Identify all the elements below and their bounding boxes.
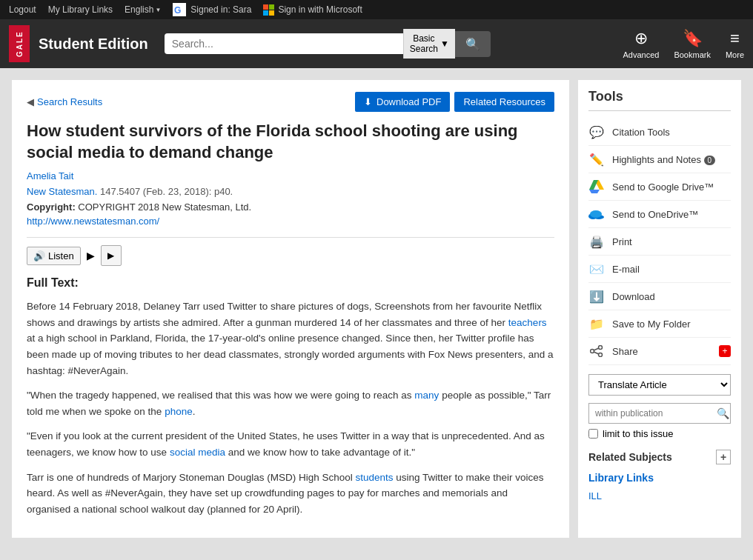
onedrive-icon [588,206,605,222]
print-item[interactable]: 🖨️ Print [588,228,731,256]
play-icon: ▶ [107,250,114,261]
app-title: Student Edition [39,36,148,53]
phone-link[interactable]: phone [165,406,193,417]
advanced-button[interactable]: ⊕ Advanced [623,29,659,59]
related-subjects-expand-button[interactable]: + [716,450,731,464]
article-title: How student survivors of the Florida sch… [27,121,554,163]
print-icon: 🖨️ [588,233,605,250]
listen-button[interactable]: 🔊 Listen [27,247,81,265]
save-folder-icon: 📁 [588,316,605,332]
search-within: 🔍 [588,403,731,424]
translate-section: Translate Article [588,374,731,396]
limit-issue: limit to this issue [588,428,731,439]
download-pdf-button[interactable]: ⬇ Download PDF [355,92,450,112]
library-links-section: Library Links ILL [588,472,731,504]
paragraph-4: Tarr is one of hundreds of Marjory Stone… [27,470,554,518]
svg-point-9 [599,353,603,357]
highlights-badge: 0 [704,156,716,165]
teachers-link[interactable]: teachers [508,317,547,328]
related-resources-button[interactable]: Related Resources [454,92,554,112]
language-selector[interactable]: English ▼ [125,4,161,15]
related-subjects-label: Related Subjects [588,451,672,463]
search-input[interactable] [172,38,396,50]
signed-in-indicator: G Signed in: Sara [173,3,251,16]
onedrive-label: Send to OneDrive™ [612,209,731,220]
listen-bar: 🔊 Listen ▶ ▶ [27,245,554,266]
search-type-button[interactable]: BasicSearch ▼ [403,29,455,59]
journal-link[interactable]: New Statesman. [27,186,97,197]
search-within-icon: 🔍 [717,407,729,419]
advanced-label: Advanced [623,50,659,59]
highlights-notes-item[interactable]: ✏️ Highlights and Notes 0 [588,146,731,173]
ms-signin[interactable]: Sign in with Microsoft [263,4,362,16]
tools-sidebar: Tools 💬 Citation Tools ✏️ Highlights and… [578,80,741,538]
paragraph-1: Before 14 February 2018, Delaney Tarr us… [27,299,554,379]
svg-point-7 [590,210,602,218]
article-author[interactable]: Amelia Tait [27,170,554,181]
search-box [165,33,403,54]
listen-icon: 🔊 [33,250,45,261]
search-within-input[interactable] [589,404,712,422]
citation-icon: 💬 [588,124,605,140]
many-link[interactable]: many [414,390,439,401]
my-library-links[interactable]: My Library Links [48,4,113,15]
download-item[interactable]: ⬇️ Download [588,283,731,310]
google-drive-icon [588,179,605,195]
back-arrow-icon: ◀ [27,96,34,107]
language-arrow-icon: ▼ [155,7,161,13]
svg-line-11 [594,348,599,350]
search-type-arrow-icon: ▼ [440,39,449,49]
search-icon: 🔍 [465,38,480,50]
download-pdf-icon: ⬇ [364,96,372,107]
download-label: Download [612,291,731,302]
highlights-icon: ✏️ [588,151,605,167]
print-label: Print [612,236,731,247]
share-plus-icon[interactable]: + [719,345,731,357]
limit-issue-checkbox[interactable] [588,429,598,439]
translate-select[interactable]: Translate Article [588,374,731,396]
svg-line-12 [594,352,599,354]
play-button[interactable]: ▶ [101,245,122,266]
advanced-icon: ⊕ [634,29,648,48]
social-media-link[interactable]: social media [170,447,225,458]
students-link[interactable]: students [355,472,393,483]
onedrive-item[interactable]: Send to OneDrive™ [588,201,731,228]
citation-tools-item[interactable]: 💬 Citation Tools [588,119,731,146]
paragraph-3: "Even if you look at the current preside… [27,428,554,460]
share-label: Share [612,346,711,357]
search-within-button[interactable]: 🔍 [712,404,734,423]
breadcrumb-buttons: ⬇ Download PDF Related Resources [355,92,554,112]
svg-marker-4 [589,190,600,193]
search-container: BasicSearch ▼ 🔍 [165,29,491,59]
more-button[interactable]: ≡ More [726,29,744,59]
microsoft-icon [263,4,274,16]
copyright-value: COPYRIGHT 2018 New Statesman, Ltd. [78,201,251,213]
paragraph-2: "When the tragedy happened, we realised … [27,387,554,419]
google-drive-item[interactable]: Send to Google Drive™ [588,173,731,201]
article-area: ◀ Search Results ⬇ Download PDF Related … [12,80,569,538]
top-bar: Logout My Library Links English ▼ G Sign… [0,0,753,19]
svg-text:G: G [174,5,181,16]
ill-link[interactable]: ILL [588,488,731,504]
article-url[interactable]: http://www.newstatesman.com/ [27,216,554,227]
citation-label: Citation Tools [612,127,731,138]
bookmark-button[interactable]: 🔖 Bookmark [674,29,711,59]
highlights-label: Highlights and Notes 0 [612,154,731,165]
tools-title: Tools [588,89,731,111]
bookmark-label: Bookmark [674,50,711,59]
library-links-title: Library Links [588,472,731,484]
email-label: E-mail [612,264,731,275]
header: GALE Student Edition BasicSearch ▼ 🔍 ⊕ A… [0,19,753,68]
share-item[interactable]: Share + [588,338,731,365]
back-to-search[interactable]: ◀ Search Results [27,96,102,107]
related-subjects: Related Subjects + [588,450,731,464]
article-copyright: Copyright: COPYRIGHT 2018 New Statesman,… [27,201,554,213]
email-icon: ✉️ [588,261,605,277]
logout-link[interactable]: Logout [9,4,36,15]
save-folder-item[interactable]: 📁 Save to My Folder [588,310,731,338]
email-item[interactable]: ✉️ E-mail [588,256,731,283]
play-separator: ▶ [87,250,95,261]
search-type-label: BasicSearch [410,33,438,54]
search-go-button[interactable]: 🔍 [455,31,491,57]
svg-marker-3 [589,180,598,190]
